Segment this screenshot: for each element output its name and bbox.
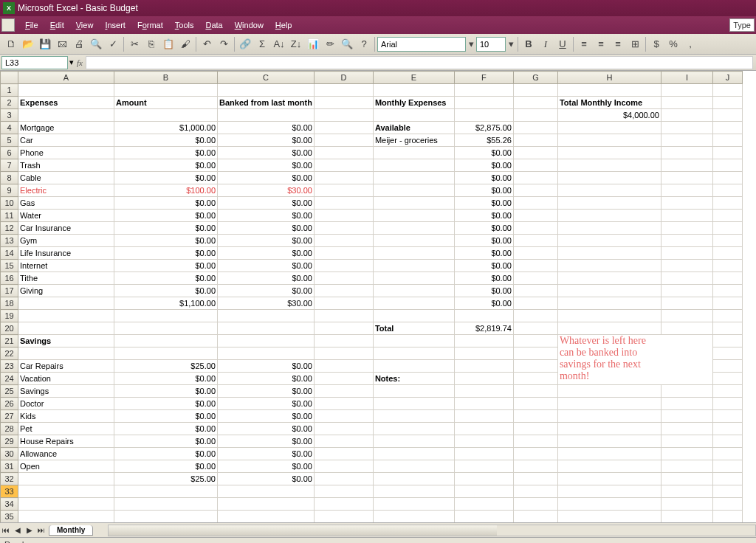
cell[interactable] — [114, 511, 218, 523]
cell[interactable] — [513, 197, 557, 210]
cell[interactable] — [661, 197, 712, 210]
cell[interactable]: $0.00 — [218, 285, 315, 297]
cell[interactable] — [454, 109, 513, 122]
cell[interactable]: $0.00 — [218, 373, 315, 385]
cell[interactable] — [557, 385, 661, 398]
zoom-icon[interactable]: 🔍 — [339, 36, 355, 52]
sort-asc-icon[interactable]: A↓ — [271, 36, 287, 52]
cell[interactable] — [314, 122, 373, 134]
cell[interactable] — [454, 498, 513, 511]
cell[interactable] — [314, 235, 373, 247]
cell[interactable] — [373, 473, 454, 485]
grid-row[interactable]: 19 — [1, 310, 743, 322]
cell[interactable] — [373, 222, 454, 235]
cell[interactable] — [712, 335, 742, 347]
cell[interactable] — [373, 435, 454, 448]
cell[interactable] — [314, 184, 373, 197]
grid-row[interactable]: 6Phone$0.00$0.00$0.00 — [1, 147, 743, 159]
cell[interactable] — [454, 310, 513, 322]
cell[interactable] — [712, 210, 742, 222]
cell[interactable]: $4,000.00 — [557, 109, 661, 122]
cell[interactable]: $0.00 — [218, 147, 315, 159]
row-header[interactable]: 13 — [1, 235, 18, 247]
row-header[interactable]: 17 — [1, 285, 18, 297]
cell[interactable] — [712, 460, 742, 473]
cell[interactable] — [373, 210, 454, 222]
cell[interactable] — [373, 247, 454, 260]
cell[interactable] — [557, 310, 661, 322]
font-name-dropdown-icon[interactable]: ▾ — [467, 36, 475, 52]
cell[interactable]: $0.00 — [218, 398, 315, 410]
cell[interactable]: $0.00 — [218, 272, 315, 285]
cell[interactable] — [661, 423, 712, 435]
cell[interactable] — [712, 84, 742, 97]
cell[interactable]: $0.00 — [454, 247, 513, 260]
cell[interactable] — [712, 373, 742, 385]
grid-row[interactable]: 30Allowance$0.00$0.00 — [1, 448, 743, 460]
cell[interactable] — [661, 473, 712, 485]
grid-row[interactable]: 9Electric$100.00$30.00$0.00 — [1, 184, 743, 197]
cell[interactable] — [557, 247, 661, 260]
cell[interactable]: $0.00 — [114, 159, 218, 172]
cell[interactable] — [314, 423, 373, 435]
grid-row[interactable]: 29House Repairs$0.00$0.00 — [1, 435, 743, 448]
col-header[interactable]: B — [114, 72, 218, 84]
cell[interactable]: Notes: — [373, 373, 454, 385]
row-header[interactable]: 18 — [1, 297, 18, 310]
cell[interactable] — [513, 322, 557, 335]
cell[interactable]: $25.00 — [114, 360, 218, 373]
cell[interactable] — [218, 511, 315, 523]
cell[interactable] — [373, 310, 454, 322]
cell[interactable]: $0.00 — [218, 222, 315, 235]
cell[interactable] — [712, 147, 742, 159]
cell[interactable]: $0.00 — [218, 134, 315, 147]
cell[interactable] — [712, 272, 742, 285]
align-left-icon[interactable]: ≡ — [576, 36, 592, 52]
cell[interactable] — [513, 122, 557, 134]
cell[interactable] — [373, 511, 454, 523]
cell[interactable] — [712, 423, 742, 435]
cell[interactable] — [454, 423, 513, 435]
cell[interactable] — [114, 310, 218, 322]
cell[interactable] — [712, 511, 742, 523]
grid-row[interactable]: 2ExpensesAmountBanked from last monthMon… — [1, 97, 743, 109]
cell[interactable] — [661, 122, 712, 134]
cell[interactable]: Car Insurance — [18, 222, 114, 235]
cell[interactable] — [712, 159, 742, 172]
cell[interactable] — [373, 285, 454, 297]
cell[interactable]: $0.00 — [454, 297, 513, 310]
menu-format[interactable]: Format — [131, 19, 169, 31]
grid-row[interactable]: 12Car Insurance$0.00$0.00$0.00 — [1, 222, 743, 235]
cell[interactable] — [557, 122, 661, 134]
underline-button[interactable]: U — [554, 36, 571, 52]
cell[interactable] — [513, 448, 557, 460]
cell[interactable] — [373, 109, 454, 122]
cell[interactable]: $2,819.74 — [454, 322, 513, 335]
cell[interactable] — [661, 435, 712, 448]
cell[interactable] — [454, 373, 513, 385]
cell[interactable] — [557, 448, 661, 460]
row-header[interactable]: 7 — [1, 159, 18, 172]
cell[interactable] — [712, 473, 742, 485]
cell[interactable] — [712, 360, 742, 373]
undo-icon[interactable]: ↶ — [199, 36, 215, 52]
cell[interactable] — [314, 134, 373, 147]
col-header[interactable]: A — [18, 72, 114, 84]
cell[interactable]: $0.00 — [454, 222, 513, 235]
cell[interactable] — [114, 335, 218, 347]
cell[interactable]: $0.00 — [218, 159, 315, 172]
cell[interactable]: $0.00 — [218, 235, 315, 247]
cell[interactable]: $0.00 — [218, 460, 315, 473]
sort-desc-icon[interactable]: Z↓ — [288, 36, 304, 52]
cell[interactable] — [18, 498, 114, 511]
cell[interactable]: $0.00 — [114, 460, 218, 473]
font-name-selector[interactable]: Arial — [377, 37, 466, 52]
cell[interactable] — [314, 247, 373, 260]
cell[interactable]: $0.00 — [114, 197, 218, 210]
cell[interactable] — [18, 109, 114, 122]
cell[interactable]: Savings — [18, 335, 114, 347]
cell[interactable] — [314, 322, 373, 335]
cell[interactable] — [557, 222, 661, 235]
cell[interactable] — [314, 373, 373, 385]
cell[interactable] — [454, 84, 513, 97]
